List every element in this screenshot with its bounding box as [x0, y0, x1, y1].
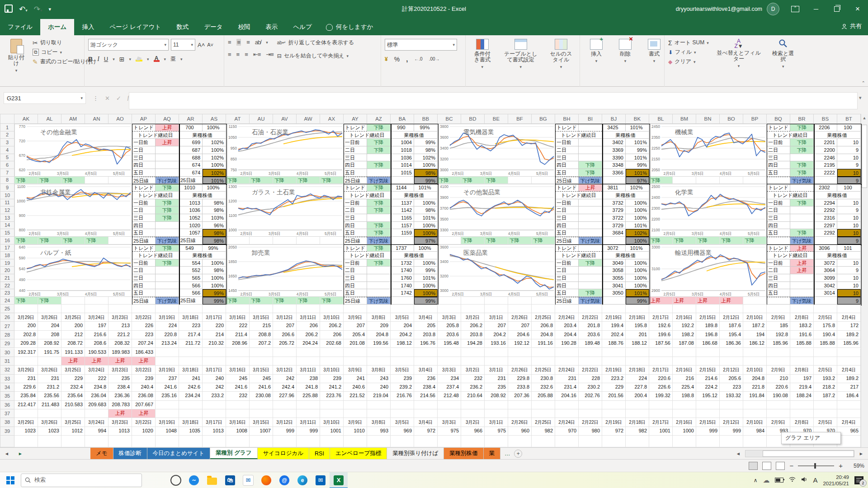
column-header-BK[interactable]: BK: [626, 114, 649, 124]
row-header-17[interactable]: 17: [0, 244, 14, 252]
horizontal-scroll-thumb[interactable]: [763, 450, 854, 457]
embedded-chart-輸送用機器業[interactable]: 3300310029002月5日3月5日4月5日5月5日輸送用機器業: [649, 244, 767, 297]
row-header-9[interactable]: 9: [0, 184, 14, 192]
column-header-AN[interactable]: AN: [85, 114, 108, 124]
minimize-button[interactable]: ─: [806, 0, 826, 18]
row-header-29[interactable]: 29: [0, 339, 14, 348]
underline-button[interactable]: U: [104, 56, 108, 62]
zoom-out-icon[interactable]: −: [789, 462, 793, 469]
font-name-combo[interactable]: 游ゴシック▾: [88, 39, 169, 51]
sheet-tab-RSI[interactable]: RSI: [309, 448, 330, 459]
ime-indicator[interactable]: A: [813, 476, 817, 484]
embedded-chart-卸売業[interactable]: 20501850165014502月5日3月5日4月5日5月5日卸売業: [226, 244, 344, 297]
column-header-BT[interactable]: BT: [837, 114, 861, 124]
column-header-BS[interactable]: BS: [814, 114, 837, 124]
tray-chevron-icon[interactable]: ∧: [754, 477, 758, 483]
borders-button[interactable]: ⊞: [119, 56, 125, 63]
sheet-tab-業[interactable]: 業: [484, 448, 501, 459]
merge-center-button[interactable]: ⊟セルを結合して中央揃え▾: [277, 52, 354, 60]
decrease-decimal-icon[interactable]: .00→: [429, 56, 440, 61]
row-header-8[interactable]: 8: [0, 177, 14, 184]
column-header-AU[interactable]: AU: [250, 114, 273, 124]
comma-button[interactable]: ,: [406, 55, 408, 63]
sheet-tab-株価診断[interactable]: 株価診断: [113, 448, 147, 459]
formula-input[interactable]: [129, 92, 858, 109]
orientation-icon[interactable]: ab̸: [255, 39, 260, 46]
save-icon[interactable]: [5, 5, 13, 14]
align-left-icon[interactable]: ≡: [228, 51, 231, 58]
row-header-2[interactable]: 2: [0, 131, 14, 139]
sheet-nav-right-icon[interactable]: ▸: [14, 448, 27, 459]
ribbon-tab-数式[interactable]: 数式: [169, 19, 196, 35]
column-header-BJ[interactable]: BJ: [602, 114, 626, 124]
delete-cells-button[interactable]: 削除▾: [613, 38, 638, 89]
redo-button[interactable]: ↷▾: [34, 5, 42, 14]
outlook-app-icon[interactable]: ✉: [311, 472, 330, 488]
start-button[interactable]: [0, 472, 21, 488]
column-header-BA[interactable]: BA: [391, 114, 414, 124]
row-header-33[interactable]: 33: [0, 375, 14, 383]
ribbon-tab-ファイル[interactable]: ファイル: [0, 19, 40, 35]
find-select-button[interactable]: 検索と選択▾: [769, 38, 797, 89]
hscroll-right-icon[interactable]: ▸: [854, 448, 868, 459]
more-sheets-ellipsis[interactable]: …: [500, 448, 514, 459]
ribbon-display-options-button[interactable]: ⌃: [785, 0, 806, 18]
name-box[interactable]: G231▾: [4, 92, 86, 104]
row-header-31[interactable]: 31: [0, 357, 14, 366]
align-middle-icon[interactable]: ≡: [236, 39, 241, 46]
hscroll-left-icon[interactable]: ◂: [731, 448, 745, 459]
row-header-10[interactable]: 10: [0, 192, 14, 199]
restore-button[interactable]: [826, 0, 847, 18]
volume-icon[interactable]: [801, 477, 807, 483]
embedded-chart-ガラス・土石業[interactable]: 13001200110010002月5日3月5日4月5日5月5日ガラス・土石業: [226, 184, 344, 237]
fill-button[interactable]: ⬇フィル▾: [668, 48, 709, 56]
column-header-AZ[interactable]: AZ: [367, 114, 391, 124]
embedded-chart-パルプ・紙[interactable]: 6405905404904402月5日3月5日4月5日5月5日パルプ・紙: [14, 244, 132, 297]
sheet-tab-エンベロープ指標[interactable]: エンベロープ指標: [330, 448, 387, 459]
embedded-chart-医薬品業[interactable]: 36003400320030002月5日3月5日4月5日5月5日医薬品業: [438, 244, 555, 297]
action-center-icon[interactable]: 2: [854, 476, 863, 484]
italic-button[interactable]: I: [97, 56, 99, 63]
row-header-35[interactable]: 35: [0, 392, 14, 400]
column-header-BR[interactable]: BR: [790, 114, 814, 124]
onedrive-icon[interactable]: ☁: [763, 476, 769, 484]
share-button[interactable]: 共有: [841, 22, 862, 30]
embedded-chart-化学業[interactable]: 250024002300220021002月5日3月5日4月5日5月5日化学業: [649, 184, 767, 237]
insert-cells-button[interactable]: 挿入▾: [584, 38, 609, 89]
row-header-25[interactable]: 25: [0, 305, 14, 313]
embedded-chart-石油・石炭業[interactable]: 115010509508507502月5日3月5日4月5日5月5日石油・石炭業: [226, 124, 344, 177]
bold-button[interactable]: B: [88, 56, 93, 63]
ribbon-tab-ページ レイアウト[interactable]: ページ レイアウト: [102, 19, 169, 35]
row-header-28[interactable]: 28: [0, 331, 14, 339]
column-header-BL[interactable]: BL: [649, 114, 673, 124]
row-header-22[interactable]: 22: [0, 282, 14, 290]
cell-styles-button[interactable]: セルのスタイル▾: [546, 38, 576, 89]
row-header-30[interactable]: 30: [0, 348, 14, 357]
format-cells-button[interactable]: 書式▾: [642, 38, 667, 89]
store-app-icon[interactable]: 🛍: [221, 472, 239, 488]
row-header-38[interactable]: 38: [0, 418, 14, 427]
paste-button[interactable]: 貼り付け▾: [4, 38, 29, 89]
column-header-BO[interactable]: BO: [720, 114, 743, 124]
excel-app-icon[interactable]: X: [330, 472, 348, 488]
sheet-tab-メモ[interactable]: メモ: [90, 448, 113, 459]
column-header-AY[interactable]: AY: [344, 114, 367, 124]
column-header-AW[interactable]: AW: [297, 114, 320, 124]
column-header-AP[interactable]: AP: [132, 114, 156, 124]
autosum-button[interactable]: Σオート SUM▾: [668, 39, 709, 47]
sheet-tab-業種別 グラフ[interactable]: 業種別 グラフ: [210, 448, 257, 459]
align-top-icon[interactable]: ≡: [228, 39, 231, 46]
font-color-button[interactable]: A: [154, 56, 160, 62]
column-header-AS[interactable]: AS: [203, 114, 226, 124]
fill-color-button[interactable]: [136, 56, 142, 61]
sheet-tab-業種別株価[interactable]: 業種別株価: [444, 448, 484, 459]
decrease-indent-icon[interactable]: ⇤≡: [253, 51, 260, 58]
currency-button[interactable]: ¥: [385, 56, 388, 62]
row-header-1[interactable]: 1: [0, 124, 14, 131]
sort-filter-button[interactable]: AZ▼並べ替えとフィルター▾: [712, 38, 765, 89]
column-header-AR[interactable]: AR: [179, 114, 203, 124]
normal-view-icon[interactable]: [749, 462, 758, 470]
battery-icon[interactable]: [775, 478, 783, 483]
embedded-chart-電気機器業[interactable]: 380036003400320030002月5日3月5日4月5日5月5日電気機器…: [438, 124, 555, 177]
zoom-in-icon[interactable]: +: [839, 462, 843, 469]
